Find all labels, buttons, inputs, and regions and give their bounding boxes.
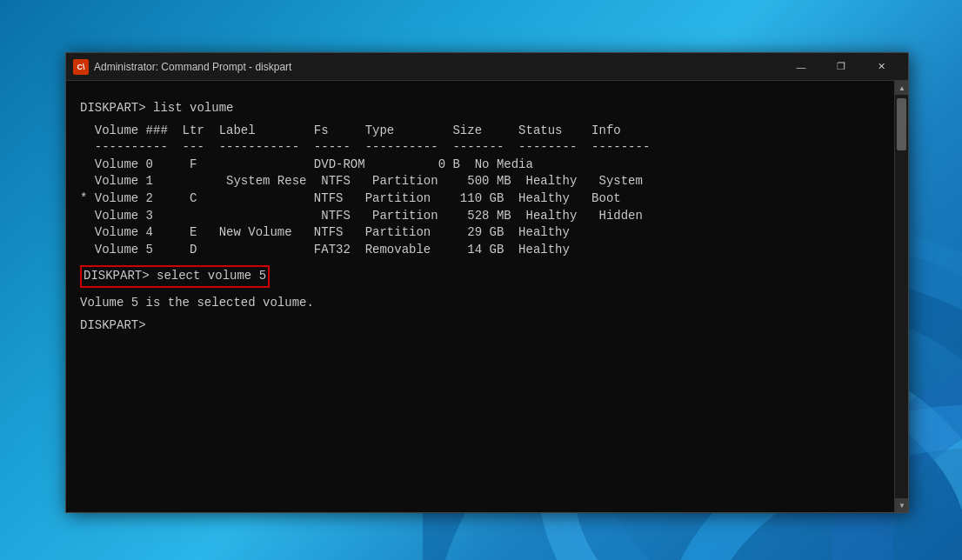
volume-row-3: Volume 3 NTFS Partition 528 MB Healthy H…	[80, 208, 880, 225]
volume-table-separator: ---------- --- ----------- ----- -------…	[80, 139, 880, 157]
minimize-button[interactable]: —	[781, 53, 821, 81]
scroll-thumb[interactable]	[897, 98, 906, 150]
scroll-track[interactable]	[895, 95, 908, 498]
volume-row-1: Volume 1 System Rese NTFS Partition 500 …	[80, 173, 880, 190]
command-list-volume: DISKPART> list volume	[80, 100, 880, 117]
window-icon: C\	[73, 59, 89, 75]
scrollbar[interactable]: ▲ ▼	[894, 81, 908, 512]
command-select-volume: DISKPART> select volume 5	[80, 265, 270, 288]
final-prompt: DISKPART>	[80, 317, 880, 335]
select-volume-text: DISKPART> select volume 5	[84, 269, 266, 283]
title-bar: C\ Administrator: Command Prompt - diskp…	[66, 53, 908, 81]
volume-row-2: * Volume 2 C NTFS Partition 110 GB Healt…	[80, 190, 880, 208]
volume-table-headers: Volume ### Ltr Label Fs Type Size Status…	[80, 123, 880, 140]
icon-label: C\	[77, 63, 85, 71]
volume-row-0: Volume 0 F DVD-ROM 0 B No Media	[80, 157, 880, 174]
terminal-content[interactable]: DISKPART> list volume Volume ### Ltr Lab…	[66, 81, 894, 512]
window-body: DISKPART> list volume Volume ### Ltr Lab…	[66, 81, 908, 512]
volume-row-4: Volume 4 E New Volume NTFS Partition 29 …	[80, 224, 880, 242]
cmd-window: C\ Administrator: Command Prompt - diskp…	[65, 52, 909, 513]
highlighted-command-container: DISKPART> select volume 5	[80, 263, 270, 290]
window-controls: — ❐ ✕	[781, 53, 901, 81]
window-title: Administrator: Command Prompt - diskpart	[94, 61, 781, 73]
restore-button[interactable]: ❐	[821, 53, 861, 81]
select-volume-response: Volume 5 is the selected volume.	[80, 295, 880, 312]
scroll-up-button[interactable]: ▲	[895, 81, 908, 95]
close-button[interactable]: ✕	[861, 53, 901, 81]
volume-row-5: Volume 5 D FAT32 Removable 14 GB Healthy	[80, 242, 880, 259]
scroll-down-button[interactable]: ▼	[895, 498, 908, 512]
